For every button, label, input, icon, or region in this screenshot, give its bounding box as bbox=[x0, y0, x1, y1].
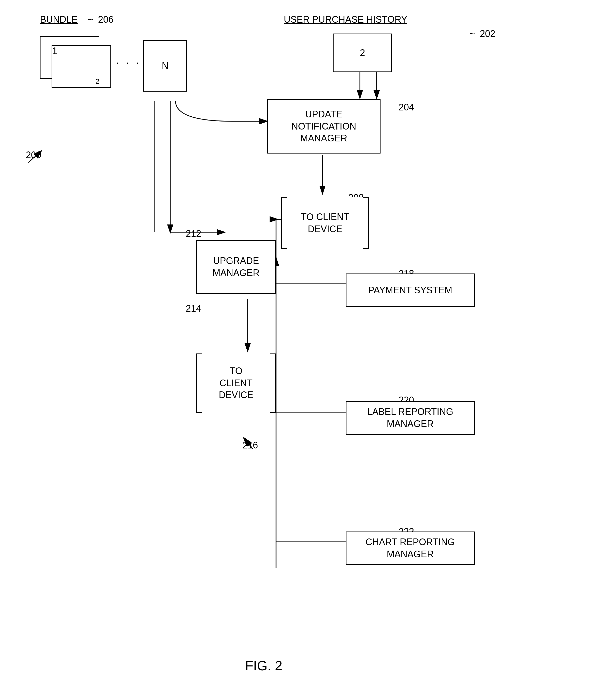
ref-214: 214 bbox=[186, 303, 201, 314]
n-label: N bbox=[162, 60, 169, 72]
uph-box: 2 bbox=[333, 33, 392, 72]
device-label-1: 1 bbox=[52, 46, 57, 56]
upgrade-manager-box: UPGRADE MANAGER bbox=[196, 240, 276, 294]
uph-label: USER PURCHASE HISTORY bbox=[284, 14, 407, 25]
ellipsis: · · · bbox=[116, 57, 141, 68]
update-notification-manager-box: UPDATE NOTIFICATION MANAGER bbox=[267, 99, 381, 154]
uph-num: 2 bbox=[360, 47, 365, 59]
bundle-tilde: ~ bbox=[88, 14, 93, 25]
uph-ref: 202 bbox=[480, 28, 495, 39]
bundle-ref: 206 bbox=[98, 14, 113, 25]
unm-label: UPDATE NOTIFICATION MANAGER bbox=[291, 108, 356, 144]
device-box-1-front: 1 bbox=[52, 45, 111, 88]
bundle-label: BUNDLE bbox=[40, 14, 78, 25]
payment-system-label: PAYMENT SYSTEM bbox=[368, 284, 452, 296]
crm-label: CHART REPORTING MANAGER bbox=[366, 536, 455, 561]
chart-reporting-manager-box: CHART REPORTING MANAGER bbox=[346, 531, 475, 565]
label-reporting-manager-box: LABEL REPORTING MANAGER bbox=[346, 401, 475, 435]
tcd-214-label: TO CLIENT DEVICE bbox=[211, 365, 261, 401]
to-client-device-214: TO CLIENT DEVICE bbox=[196, 354, 276, 413]
payment-system-box: PAYMENT SYSTEM bbox=[346, 274, 475, 307]
diagram-container: BUNDLE ~ 206 USER PURCHASE HISTORY ~ 202… bbox=[0, 0, 590, 700]
ref-204: 204 bbox=[399, 102, 414, 113]
ref-212: 212 bbox=[186, 228, 201, 239]
ref-200: 200 bbox=[26, 149, 41, 161]
tcd-208-label: TO CLIENT DEVICE bbox=[293, 211, 357, 235]
lrm-label: LABEL REPORTING MANAGER bbox=[367, 406, 453, 430]
fig-label: FIG. 2 bbox=[245, 658, 282, 674]
device-num2: 2 bbox=[95, 77, 100, 86]
to-client-device-208: TO CLIENT DEVICE bbox=[281, 197, 369, 249]
box-n: N bbox=[143, 40, 187, 92]
upgrade-manager-label: UPGRADE MANAGER bbox=[213, 255, 260, 279]
uph-tilde: ~ bbox=[470, 28, 475, 39]
ref-216: 216 bbox=[242, 440, 258, 451]
